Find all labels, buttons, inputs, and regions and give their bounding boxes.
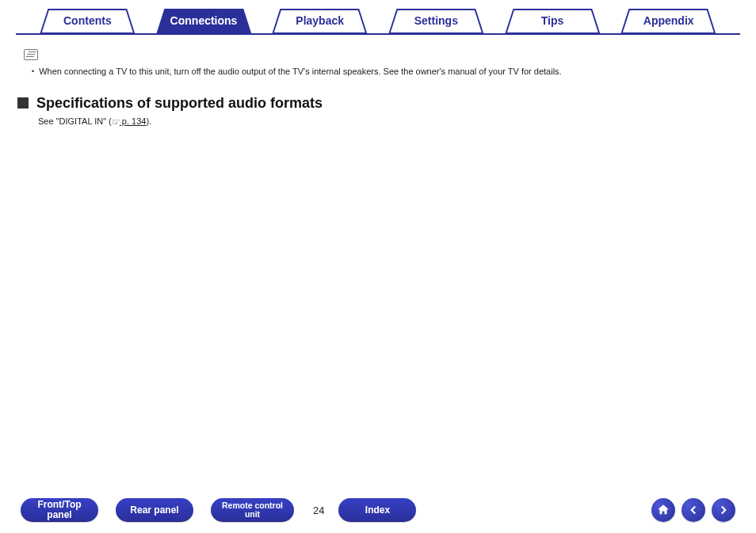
pointer-hand-icon: ☞ (112, 116, 120, 128)
heading-subtext: See "DIGITAL IN" (☞ p. 134). (38, 116, 740, 128)
front-top-panel-button[interactable]: Front/Toppanel (21, 498, 98, 522)
subtext-pre: See "DIGITAL IN" ( (38, 116, 112, 126)
pill-label: Remote controlunit (222, 501, 283, 519)
tab-label: Tips (541, 14, 564, 27)
square-bullet-icon (17, 97, 29, 109)
tab-label: Appendix (643, 14, 694, 27)
pencil-note-icon (24, 49, 38, 60)
tab-appendix[interactable]: Appendix (611, 8, 726, 33)
pill-label: Rear panel (130, 505, 178, 516)
tab-contents[interactable]: Contents (30, 8, 145, 33)
section-heading: Specifications of supported audio format… (17, 95, 740, 112)
tabs-underline (16, 33, 740, 35)
tab-playback[interactable]: Playback (262, 8, 377, 33)
home-button[interactable] (651, 498, 675, 522)
rear-panel-button[interactable]: Rear panel (116, 498, 193, 522)
note-text: When connecting a TV to this unit, turn … (39, 67, 562, 76)
arrow-left-icon (686, 503, 701, 517)
note-block: When connecting a TV to this unit, turn … (21, 49, 740, 78)
arrow-right-icon (716, 503, 731, 517)
tab-label: Settings (414, 14, 458, 27)
note-bullet: When connecting a TV to this unit, turn … (32, 66, 740, 78)
heading-title: Specifications of supported audio format… (36, 95, 323, 112)
tab-label: Playback (296, 14, 344, 27)
subtext-post: ). (146, 116, 151, 126)
prev-page-button[interactable] (682, 498, 705, 522)
tab-connections[interactable]: Connections (147, 8, 262, 33)
footer-bar: Front/Toppanel Rear panel Remote control… (0, 498, 756, 522)
index-button[interactable]: Index (338, 498, 416, 522)
tab-tips[interactable]: Tips (495, 8, 610, 33)
page-ref-link[interactable]: p. 134 (120, 116, 147, 126)
next-page-button[interactable] (712, 498, 735, 522)
page-number: 24 (313, 504, 324, 516)
tab-label: Connections (170, 14, 238, 27)
tab-settings[interactable]: Settings (379, 8, 494, 33)
tab-label: Contents (63, 14, 112, 27)
pill-label: Front/Toppanel (37, 500, 81, 520)
top-tabs: Contents Connections Playback Settings T… (16, 8, 740, 33)
remote-control-unit-button[interactable]: Remote controlunit (211, 498, 294, 522)
home-icon (656, 503, 670, 517)
pill-label: Index (365, 505, 390, 516)
